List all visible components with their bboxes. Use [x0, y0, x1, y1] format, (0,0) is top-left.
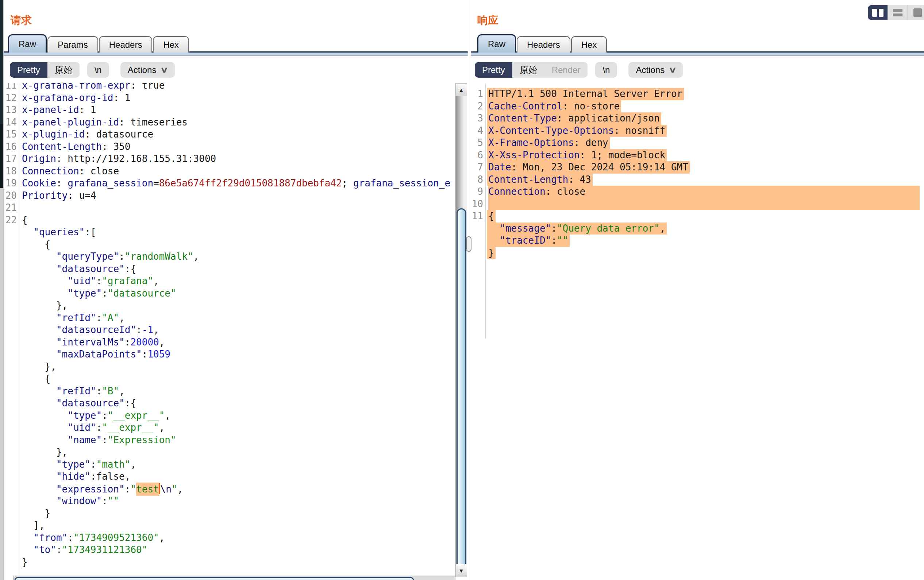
tab-hex[interactable]: Hex [153, 36, 189, 53]
code-token: "B" [102, 386, 119, 397]
request-editor[interactable]: 11x-grafana-from-expr: true12x-grafana-o… [4, 83, 455, 576]
code-token: "1734931121360" [62, 544, 148, 555]
toolbar-button-pretty[interactable]: Pretty [475, 62, 512, 78]
line-number: 11 [4, 83, 17, 92]
line-number [4, 458, 17, 471]
request-vertical-scrollbar[interactable]: ▲ ▼ [455, 83, 467, 577]
code-line: } [470, 247, 922, 259]
line-number [4, 410, 17, 422]
toolbar-button-actions[interactable]: Actions∨ [120, 62, 175, 78]
code-token: x-panel-plugin-id [22, 117, 119, 128]
code-token [22, 544, 33, 555]
code-line: "traceID":"" [470, 234, 922, 247]
code-token: 20000 [130, 337, 159, 348]
toolbar-button-n[interactable]: \n [87, 62, 109, 78]
code-token: x-plugin-id [22, 129, 85, 140]
code-line: "refId":"A", [4, 312, 455, 324]
code-token [22, 410, 68, 421]
line-number [4, 532, 17, 544]
code-line: } [4, 508, 455, 520]
code-token: "Query data error" [557, 223, 660, 234]
code-token: Date [488, 161, 511, 173]
line-number [4, 239, 17, 251]
code-token: :{ [125, 264, 136, 274]
background-panel-edge [0, 0, 4, 580]
toolbar-button-[interactable]: 原始 [512, 62, 544, 78]
toolbar-button-actions[interactable]: Actions∨ [629, 62, 683, 78]
code-token: : [102, 435, 108, 445]
toolbar-button-[interactable]: 原始 [48, 62, 79, 78]
single-pane-view-button[interactable] [908, 5, 924, 20]
line-number: 5 [470, 137, 483, 149]
split-rows-view-button[interactable] [888, 5, 908, 20]
code-token: grafana_session_e [353, 178, 450, 189]
line-number [4, 471, 17, 483]
code-token: :{ [125, 398, 136, 409]
toolbar-button-render[interactable]: Render [544, 62, 588, 78]
toolbar-button-pretty[interactable]: Pretty [10, 62, 48, 78]
code-token: close [91, 166, 119, 176]
line-number [4, 544, 17, 556]
single-pane-icon [913, 8, 922, 17]
code-token: , [193, 251, 199, 262]
tab-hex[interactable]: Hex [571, 36, 607, 53]
code-token: "A" [102, 312, 119, 323]
code-line: "uid":"grafana", [4, 275, 455, 287]
tab-raw[interactable]: Raw [477, 34, 516, 53]
code-token [22, 459, 56, 470]
code-token: { [22, 373, 50, 384]
code-token [22, 251, 56, 262]
code-token: X-Content-Type-Options [488, 125, 614, 136]
response-gutter-separator [485, 83, 486, 338]
code-line: 10 [470, 198, 922, 211]
code-token: test [136, 484, 159, 494]
code-line: 13x-panel-id: 1 [4, 104, 455, 116]
code-token: : [96, 275, 102, 286]
request-horizontal-scrollbar[interactable] [13, 576, 455, 580]
scroll-up-button[interactable]: ▲ [455, 83, 467, 96]
code-line: 15x-plugin-id: datasource [4, 129, 455, 141]
code-token: : [125, 484, 130, 494]
code-line: 4X-Content-Type-Options: nosniff [470, 125, 922, 137]
line-number [470, 222, 483, 235]
split-columns-view-button[interactable] [868, 5, 888, 20]
scroll-thumb[interactable] [457, 208, 466, 575]
response-toolbar: Pretty原始Render\nActions∨ [475, 62, 683, 78]
code-token: : [102, 288, 108, 299]
tab-headers[interactable]: Headers [99, 36, 153, 53]
code-token: "1734909521360" [73, 532, 159, 543]
request-gutter-separator [19, 83, 19, 576]
selection-fill [488, 198, 920, 211]
code-token: datasource [96, 129, 153, 140]
tab-headers[interactable]: Headers [517, 36, 570, 53]
tab-raw[interactable]: Raw [8, 34, 47, 53]
toolbar-button-n[interactable]: \n [595, 62, 617, 78]
tab-params[interactable]: Params [48, 36, 98, 53]
code-token: } [22, 508, 50, 519]
code-token: close [557, 186, 585, 197]
line-number [4, 287, 17, 300]
code-token: "Expression" [108, 435, 176, 445]
code-token: : [551, 223, 557, 234]
code-token: : [546, 186, 557, 197]
code-token: 1059 [147, 349, 170, 360]
scroll-down-button[interactable]: ▼ [455, 564, 467, 577]
hscroll-thumb[interactable] [14, 577, 414, 580]
code-line: "type":"__expr__", [4, 410, 455, 422]
code-line: "hide":false, [4, 471, 455, 483]
line-number [4, 397, 17, 410]
code-line: "uid":"__expr__", [4, 422, 455, 434]
response-editor[interactable]: 1HTTP/1.1 500 Internal Server Error2Cach… [470, 83, 922, 338]
code-line: "datasource":{ [4, 263, 455, 275]
code-token: :[ [85, 227, 96, 237]
code-line: 2Cache-Control: no-store [470, 101, 922, 113]
code-token: "from" [33, 532, 68, 543]
code-token: "uid" [68, 422, 96, 433]
code-line: 7Date: Mon, 23 Dec 2024 05:19:14 GMT [470, 161, 922, 174]
line-number [4, 312, 17, 324]
code-token: , [165, 410, 170, 421]
scroll-track[interactable] [455, 96, 467, 564]
code-token: , [660, 223, 666, 234]
code-token: no-store [574, 101, 620, 112]
code-line: "type":"math", [4, 458, 455, 471]
